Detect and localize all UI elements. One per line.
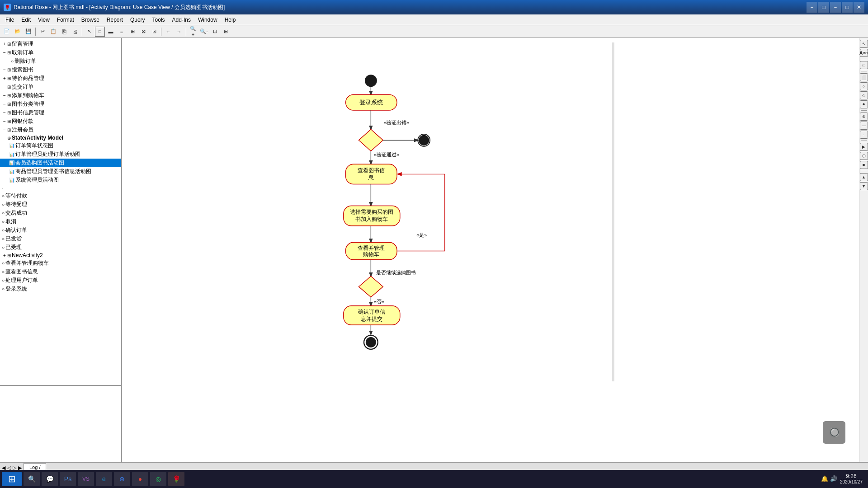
- tree-item-huiyuan-xuangou[interactable]: 📊 会员选购图书活动图: [0, 159, 121, 167]
- tree-item-queren[interactable]: ○ 确认订单: [0, 226, 121, 235]
- tree-item-zhuce[interactable]: − ⊞ 注册会员: [0, 126, 121, 134]
- rt-circle[interactable]: ○: [860, 82, 868, 90]
- toolbar-tool4[interactable]: ⊠: [138, 27, 148, 37]
- tree-item-shangpin-guanli[interactable]: 📊 商品管理员管理图书信息活动图: [0, 167, 121, 176]
- rt-dot[interactable]: •: [860, 100, 868, 108]
- toolbar-paste[interactable]: ⎘: [59, 27, 69, 37]
- restore-button[interactable]: □: [818, 2, 829, 13]
- minimize-button[interactable]: －: [807, 2, 817, 13]
- tree-item-tianjia[interactable]: − ⊞ 添加到购物车: [0, 91, 121, 100]
- taskbar-edge[interactable]: ⊕: [114, 472, 130, 486]
- tree-item-chuli-dindan[interactable]: ○ 处理用户订单: [0, 276, 121, 285]
- taskbar-search[interactable]: 🔍: [24, 472, 40, 486]
- rt-hex[interactable]: ⬡: [860, 152, 868, 160]
- tree-item-sousuo[interactable]: − ⊞ 搜索图书: [0, 66, 121, 74]
- tree-item-state-model[interactable]: − ⊕ State/Activity Model: [0, 134, 121, 141]
- rt-rounded[interactable]: ⬜: [860, 73, 868, 81]
- sep2: [82, 28, 82, 36]
- tree-item-quxiao[interactable]: − ⊞ 取消订单: [0, 48, 121, 57]
- toolbar-browse[interactable]: ⊞: [221, 27, 231, 37]
- menu-report[interactable]: Report: [103, 16, 127, 24]
- tree-item-chakan-shuxin[interactable]: ○ 查看图书信息: [0, 267, 121, 276]
- tree-item-yifahuo[interactable]: ○ 已发货: [0, 235, 121, 243]
- toolbar-select[interactable]: ↖: [84, 27, 94, 37]
- toolbar-zoom-in[interactable]: 🔍+: [188, 27, 198, 37]
- tree-item-dengdai-fukuan[interactable]: ○ 等待付款: [0, 192, 121, 200]
- tree-item-shanchu[interactable]: ○ 删除订单: [0, 57, 121, 66]
- end-node: [366, 337, 376, 347]
- diagram-canvas[interactable]: 登录系统 «验证出错» «验证通过» 查看图书信 息 选: [122, 38, 859, 462]
- toolbar-forward[interactable]: →: [174, 27, 184, 37]
- minimize-outer-button[interactable]: －: [830, 2, 841, 13]
- toolbar-save[interactable]: 💾: [24, 27, 33, 37]
- toolbar-tool5[interactable]: ⊡: [149, 27, 159, 37]
- tree-label: 商品管理员管理图书信息活动图: [15, 168, 91, 175]
- tree-item-dengdai-shouli[interactable]: ○ 等待受理: [0, 200, 121, 209]
- rt-line[interactable]: —: [860, 122, 868, 130]
- tree-label: 已发货: [5, 235, 22, 243]
- tree-item-newactivity2[interactable]: + ⊞ NewActivity2: [0, 252, 121, 259]
- menu-browse[interactable]: Browse: [78, 16, 103, 24]
- taskbar-green[interactable]: ◎: [150, 472, 166, 486]
- menu-format[interactable]: Format: [53, 16, 78, 24]
- floating-action-button[interactable]: 🔘: [823, 421, 845, 444]
- menu-addins[interactable]: Add-Ins: [169, 16, 194, 24]
- toolbar-back[interactable]: ←: [163, 27, 173, 37]
- tree-item-quxiao2[interactable]: ○ 取消: [0, 217, 121, 226]
- tree-item-jiaoyichenggong[interactable]: ○ 交易成功: [0, 209, 121, 217]
- toolbar-cut[interactable]: ✂: [38, 27, 47, 37]
- tree-item-guanli-huodong[interactable]: 📊 订单管理员处理订单活动图: [0, 150, 121, 159]
- menu-help[interactable]: Help: [221, 16, 240, 24]
- toolbar-zoom-out[interactable]: 🔍-: [199, 27, 209, 37]
- tree-item-tijiao[interactable]: − ⊞ 提交订单: [0, 83, 121, 91]
- menu-file[interactable]: File: [2, 16, 18, 24]
- rt-square[interactable]: ■: [860, 161, 868, 169]
- expand-icon: −: [2, 102, 7, 107]
- taskbar-ps[interactable]: Ps: [60, 472, 76, 486]
- toolbar-new[interactable]: 📄: [2, 27, 12, 37]
- toolbar-open[interactable]: 📂: [13, 27, 23, 37]
- toolbar-grid[interactable]: ⊞: [127, 27, 137, 37]
- toolbar-lines[interactable]: ≡: [117, 27, 127, 37]
- rt-select[interactable]: ↖: [860, 40, 868, 48]
- rt-rect[interactable]: ▭: [860, 61, 868, 69]
- rt-scroll-up[interactable]: ▲: [860, 173, 868, 181]
- taskbar-chrome[interactable]: ●: [132, 472, 148, 486]
- toolbar-fit[interactable]: ⊡: [210, 27, 220, 37]
- tree-item-liuyan[interactable]: + ⊞ 留言管理: [0, 40, 121, 48]
- taskbar-rose[interactable]: 🌹: [168, 472, 184, 486]
- diagram-icon: 📊: [9, 152, 14, 157]
- rt-scroll-down[interactable]: ▼: [860, 182, 868, 190]
- taskbar-vs[interactable]: VS: [78, 472, 94, 486]
- rt-arrow[interactable]: ▶: [860, 143, 868, 151]
- menu-window[interactable]: Window: [194, 16, 221, 24]
- toolbar-copy[interactable]: 📋: [48, 27, 58, 37]
- tree-item-denglu-xitong[interactable]: ○ 登录系统: [0, 285, 121, 293]
- taskbar-cortana[interactable]: 💬: [42, 472, 58, 486]
- toolbar-print[interactable]: 🖨: [70, 27, 80, 37]
- tree-label: 添加到购物车: [12, 92, 44, 99]
- tree-item-chakan-gouwuche[interactable]: ○ 查看并管理购物车: [0, 259, 121, 267]
- tree-item-wanyin[interactable]: − ⊞ 网银付款: [0, 117, 121, 126]
- rt-text[interactable]: ABC: [860, 49, 868, 57]
- rt-diamond[interactable]: ◇: [860, 91, 868, 99]
- toolbar-box[interactable]: □: [95, 27, 105, 37]
- tree-label: 图书信息管理: [12, 109, 44, 117]
- menu-edit[interactable]: Edit: [18, 16, 34, 24]
- start-button[interactable]: ⊞: [2, 472, 22, 486]
- maximize-outer-button[interactable]: □: [842, 2, 853, 13]
- tree-item-yishouli[interactable]: ○ 已受理: [0, 243, 121, 252]
- rt-add[interactable]: ⊕: [860, 113, 868, 121]
- toolbar-rect[interactable]: ▬: [106, 27, 116, 37]
- tree-item-tejia[interactable]: + ⊞ 特价商品管理: [0, 74, 121, 83]
- menu-query[interactable]: Query: [127, 16, 149, 24]
- tree-item-xinxi[interactable]: − ⊞ 图书信息管理: [0, 108, 121, 117]
- menu-tools[interactable]: Tools: [149, 16, 169, 24]
- tree-item-jiandan[interactable]: 📊 订单简单状态图: [0, 141, 121, 150]
- tree-item-fenlei[interactable]: − ⊞ 图书分类管理: [0, 100, 121, 108]
- menu-view[interactable]: View: [34, 16, 53, 24]
- taskbar-ie[interactable]: e: [96, 472, 112, 486]
- tree-item-xitong-guanli[interactable]: 📊 系统管理员活动图: [0, 176, 121, 184]
- rt-small-dot[interactable]: ·: [860, 131, 868, 139]
- close-button[interactable]: ✕: [854, 2, 864, 13]
